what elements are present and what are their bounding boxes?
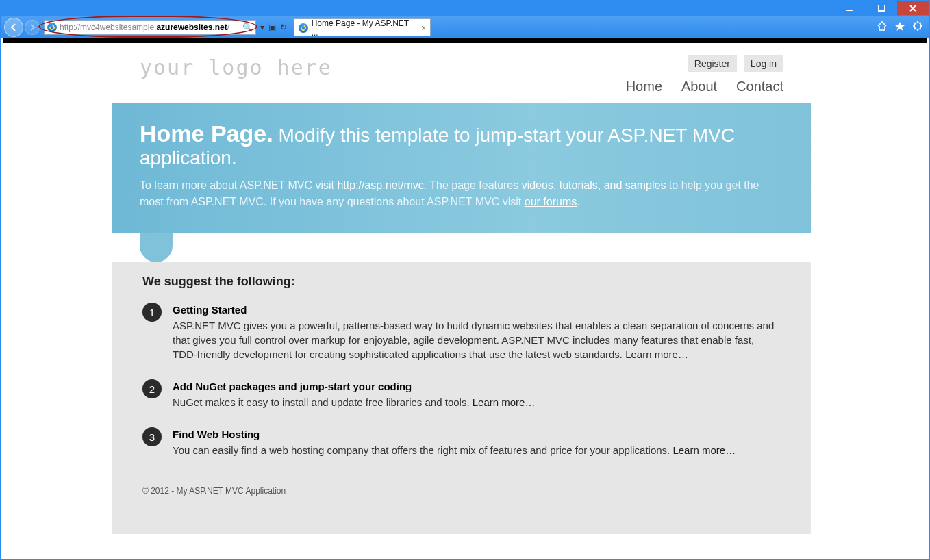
ie-icon xyxy=(47,23,57,32)
logo-placeholder: your logo here xyxy=(140,55,332,79)
item-body: You can easily find a web hosting compan… xyxy=(173,444,673,456)
search-icon[interactable]: 🔍 xyxy=(242,23,253,32)
url-text: http://mvc4websitesample.azurewebsites.n… xyxy=(60,23,240,32)
minimize-button[interactable] xyxy=(834,1,866,15)
compat-view-icon[interactable]: ▣ xyxy=(268,23,276,32)
home-icon[interactable] xyxy=(877,21,888,31)
register-link[interactable]: Register xyxy=(688,55,737,72)
list-item: Add NuGet packages and jump-start your c… xyxy=(142,379,781,409)
close-button[interactable] xyxy=(897,1,929,15)
tab-title: Home Page - My ASP.NET ... xyxy=(312,18,416,38)
refresh-button[interactable]: ↻ xyxy=(280,23,287,32)
back-button[interactable] xyxy=(4,18,23,37)
maximize-button[interactable] xyxy=(866,1,897,15)
main-nav: Home About Contact xyxy=(609,79,783,94)
hero-title: Home Page. Modify this template to jump-… xyxy=(140,120,783,169)
learn-more-link[interactable]: Learn more… xyxy=(625,348,688,360)
hero-link-samples[interactable]: videos, tutorials, and samples xyxy=(522,179,666,191)
page-viewport[interactable]: your logo here Register Log in Home Abou… xyxy=(3,38,927,557)
browser-toolbar: http://mvc4websitesample.azurewebsites.n… xyxy=(1,16,929,38)
site-footer: © 2012 - My ASP.NET MVC Application xyxy=(112,475,811,507)
learn-more-link[interactable]: Learn more… xyxy=(673,444,736,456)
tools-icon[interactable] xyxy=(912,21,923,31)
learn-more-link[interactable]: Learn more… xyxy=(473,396,536,408)
favorites-icon[interactable] xyxy=(894,21,905,31)
item-title: Find Web Hosting xyxy=(173,427,781,442)
nav-about[interactable]: About xyxy=(681,79,717,94)
hero-banner: Home Page. Modify this template to jump-… xyxy=(112,103,811,233)
browser-tab[interactable]: Home Page - My ASP.NET ... × xyxy=(294,18,431,36)
site-header: your logo here Register Log in Home Abou… xyxy=(3,43,920,103)
nav-contact[interactable]: Contact xyxy=(736,79,783,94)
ie-icon xyxy=(299,23,308,33)
item-title: Getting Started xyxy=(173,303,781,317)
suggest-heading: We suggest the following: xyxy=(142,275,781,289)
top-black-bar xyxy=(3,38,927,43)
hero-notch xyxy=(140,233,173,262)
address-bar[interactable]: http://mvc4websitesample.azurewebsites.n… xyxy=(44,20,256,35)
forward-button[interactable] xyxy=(25,20,40,35)
list-item: Find Web Hosting You can easily find a w… xyxy=(142,427,781,457)
below-hero: We suggest the following: Getting Starte… xyxy=(112,233,811,534)
list-item: Getting Started ASP.NET MVC gives you a … xyxy=(142,303,781,361)
item-body: NuGet makes it easy to install and updat… xyxy=(173,396,473,408)
hero-link-forums[interactable]: our forums xyxy=(525,196,577,207)
dropdown-icon[interactable]: ▾ xyxy=(260,23,264,32)
hero-paragraph: To learn more about ASP.NET MVC visit ht… xyxy=(140,177,783,210)
suggestion-list: Getting Started ASP.NET MVC gives you a … xyxy=(142,303,781,457)
window-titlebar xyxy=(1,1,929,16)
nav-home[interactable]: Home xyxy=(626,79,662,94)
svg-point-2 xyxy=(914,23,921,29)
login-link[interactable]: Log in xyxy=(744,55,783,72)
svg-rect-1 xyxy=(878,5,885,11)
hero-link-aspnet[interactable]: http://asp.net/mvc xyxy=(337,179,423,191)
tab-close-icon[interactable]: × xyxy=(421,23,426,33)
svg-rect-0 xyxy=(846,10,853,11)
item-title: Add NuGet packages and jump-start your c… xyxy=(173,379,781,394)
toolbar-small-icons: ▾ ▣ ↻ xyxy=(260,23,287,32)
browser-window: http://mvc4websitesample.azurewebsites.n… xyxy=(0,0,930,560)
